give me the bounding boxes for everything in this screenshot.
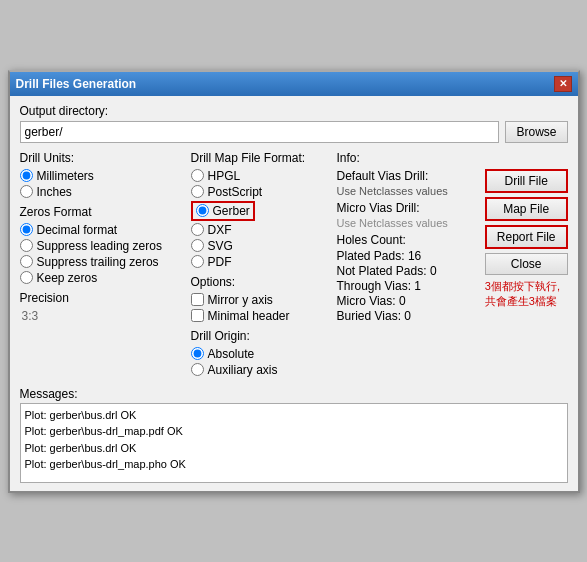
map-file-button[interactable]: Map File [485, 197, 568, 221]
main-window: Drill Files Generation ✕ Output director… [8, 70, 580, 493]
use-netclasses-1: Use Netclasses values [337, 185, 481, 197]
output-dir-section: Output directory: Browse [20, 104, 568, 143]
options-label: Options: [191, 275, 331, 289]
micro-vias-count: Micro Vias: 0 [337, 294, 481, 308]
drill-file-button[interactable]: Drill File [485, 169, 568, 193]
report-file-button[interactable]: Report File [485, 225, 568, 249]
radio-absolute[interactable]: Absolute [191, 347, 331, 361]
output-dir-label: Output directory: [20, 104, 568, 118]
default-vias-label: Default Vias Drill: [337, 169, 481, 183]
checkbox-mirror-y[interactable]: Mirror y axis [191, 293, 331, 307]
micro-vias-label: Micro Vias Drill: [337, 201, 481, 215]
through-vias: Through Vias: 1 [337, 279, 481, 293]
radio-suppress-leading[interactable]: Suppress leading zeros [20, 239, 185, 253]
window-title: Drill Files Generation [16, 77, 137, 91]
browse-button[interactable]: Browse [505, 121, 567, 143]
title-bar: Drill Files Generation ✕ [10, 72, 578, 96]
radio-decimal[interactable]: Decimal format [20, 223, 185, 237]
info-label: Info: [337, 151, 568, 165]
drill-origin-label: Drill Origin: [191, 329, 331, 343]
close-button[interactable]: Close [485, 253, 568, 275]
output-dir-input[interactable] [20, 121, 500, 143]
holes-count-label: Holes Count: [337, 233, 481, 247]
message-line-1: Plot: gerber\bus.drl OK [25, 407, 563, 424]
radio-hpgl[interactable]: HPGL [191, 169, 331, 183]
messages-label: Messages: [20, 387, 568, 401]
radio-auxiliary-axis[interactable]: Auxiliary axis [191, 363, 331, 377]
plated-pads: Plated Pads: 16 [337, 249, 481, 263]
messages-section: Messages: Plot: gerber\bus.drl OK Plot: … [20, 387, 568, 483]
holes-section: Holes Count: Plated Pads: 16 Not Plated … [337, 233, 481, 323]
drill-map-label: Drill Map File Format: [191, 151, 331, 165]
radio-suppress-trailing[interactable]: Suppress trailing zeros [20, 255, 185, 269]
drill-units-label: Drill Units: [20, 151, 185, 165]
messages-box[interactable]: Plot: gerber\bus.drl OK Plot: gerber\bus… [20, 403, 568, 483]
precision-label: Precision [20, 291, 185, 305]
use-netclasses-2: Use Netclasses values [337, 217, 481, 229]
buried-vias: Buried Vias: 0 [337, 309, 481, 323]
message-line-3: Plot: gerber\bus.drl OK [25, 440, 563, 457]
not-plated-pads: Not Plated Pads: 0 [337, 264, 481, 278]
zeros-format-label: Zeros Format [20, 205, 185, 219]
radio-millimeters[interactable]: Millimeters [20, 169, 185, 183]
middle-column: Drill Map File Format: HPGL PostScript G… [191, 151, 331, 379]
radio-pdf[interactable]: PDF [191, 255, 331, 269]
annotation-text: 3個都按下執行, 共會產生3檔案 [485, 279, 560, 310]
radio-postscript[interactable]: PostScript [191, 185, 331, 199]
radio-keep-zeros[interactable]: Keep zeros [20, 271, 185, 285]
checkbox-minimal-header[interactable]: Minimal header [191, 309, 331, 323]
close-window-button[interactable]: ✕ [554, 76, 572, 92]
radio-gerber[interactable]: Gerber [191, 201, 331, 221]
message-line-2: Plot: gerber\bus-drl_map.pdf OK [25, 423, 563, 440]
action-buttons: Drill File Map File Report File Close [485, 169, 568, 275]
message-line-4: Plot: gerber\bus-drl_map.pho OK [25, 456, 563, 473]
precision-value: 3:3 [22, 309, 185, 323]
radio-svg[interactable]: SVG [191, 239, 331, 253]
precision-section: Precision 3:3 [20, 291, 185, 323]
radio-inches[interactable]: Inches [20, 185, 185, 199]
right-column: Info: Default Vias Drill: Use Netclasses… [337, 151, 568, 379]
left-column: Drill Units: Millimeters Inches Zeros Fo… [20, 151, 185, 379]
radio-dxf[interactable]: DXF [191, 223, 331, 237]
